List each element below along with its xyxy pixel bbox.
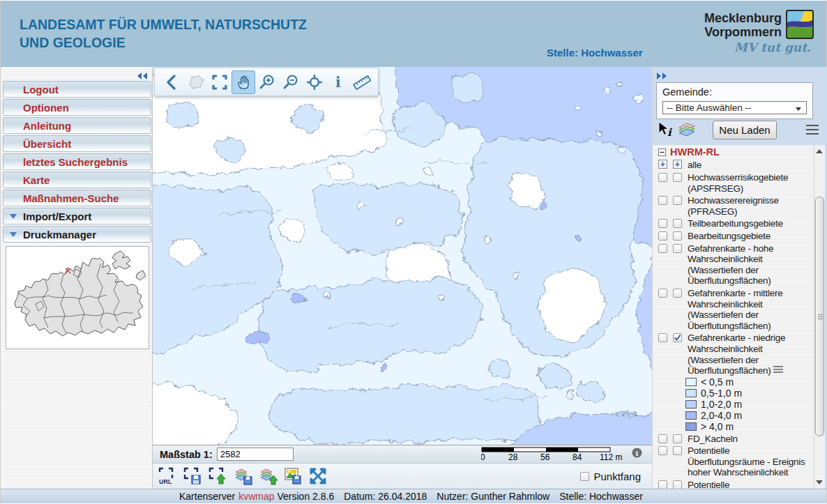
layer-row: Gefahrenkarte - hohe Wahrscheinlichkeit … (658, 243, 814, 287)
status-app-name: kvwmap (238, 491, 274, 502)
scroll-down-icon[interactable] (816, 480, 823, 484)
legend-row: 0,5-1,0 m (685, 389, 814, 398)
layers-upload-icon[interactable] (259, 467, 277, 485)
scroll-up-icon[interactable] (816, 149, 823, 153)
left-sidebar: LogoutOptionenAnleitungÜbersichtletztes … (1, 67, 153, 489)
scroll-thumb[interactable] (815, 197, 824, 436)
header: LANDESAMT FÜR UMWELT, NATURSCHUTZ UND GE… (1, 1, 826, 67)
fit-extent-icon[interactable] (309, 467, 327, 485)
layer-checkbox-2[interactable] (673, 244, 682, 253)
image-save-icon[interactable] (284, 467, 302, 485)
status-nutzer: Nutzer: Gunther Rahmlow (437, 491, 549, 502)
pan-tool[interactable] (232, 70, 255, 94)
map-toolbar: i (154, 68, 379, 96)
layer-checkbox-1[interactable] (658, 219, 667, 228)
tree-alle-row: alle (658, 160, 814, 171)
layer-checkbox-1[interactable] (658, 196, 667, 205)
collapse-sidebar-icon[interactable] (137, 72, 148, 80)
layer-checkbox-2[interactable] (673, 333, 682, 342)
collapse-right-panel-icon[interactable] (656, 72, 667, 80)
layer-checkbox-1[interactable] (658, 173, 667, 182)
map-actions-row: URL Punktfang (153, 463, 652, 489)
punktfang-label: Punktfang (593, 471, 641, 482)
triangle-down-icon (10, 232, 17, 237)
stelle-label: Stelle: Hochwasser (547, 47, 643, 59)
layer-checkbox-2[interactable] (673, 196, 682, 205)
legend-label: > 4,0 m (701, 422, 734, 432)
layer-checkbox-2[interactable] (673, 219, 682, 228)
mv-logo-line2: Vorpommern (704, 25, 782, 39)
scale-info-icon[interactable]: i (632, 448, 642, 458)
layers-save-icon[interactable] (234, 467, 252, 485)
status-prefix: Kartenserver (179, 491, 235, 502)
legend-row: < 0,5 m (685, 378, 814, 387)
frame-upload-icon[interactable] (208, 467, 227, 485)
triangle-down-icon (10, 214, 17, 219)
status-datum: Datum: 26.04.2018 (344, 491, 427, 502)
map-area: i Maßstab 1: 0 28 56 84 112 m (153, 67, 652, 489)
info-tool[interactable]: i (326, 70, 350, 94)
scalebar: 0 28 56 84 112 m i (481, 447, 642, 463)
zoom-in-tool[interactable] (255, 70, 279, 94)
sidebar-item-anleitung[interactable]: Anleitung (3, 117, 151, 134)
layer-checkbox-1[interactable] (658, 231, 667, 240)
layer-row: Hochwasserrisikogebiete (APSFRSEG) (658, 172, 814, 194)
map-canvas[interactable]: i (153, 67, 652, 445)
legend-label: < 0,5 m (701, 378, 734, 387)
collapse-node-icon[interactable] (658, 147, 666, 158)
sidebar-item--bersicht[interactable]: Übersicht (3, 135, 151, 152)
gemeinde-box: Gemeinde: -- Bitte Auswählen -- (656, 82, 813, 119)
layer-checkbox-1[interactable] (658, 289, 667, 298)
layer-checkbox-1[interactable] (658, 480, 667, 489)
mv-logo-text: Mecklenburg Vorpommern (704, 11, 782, 39)
layer-checkbox-1[interactable] (658, 333, 667, 342)
center-tool[interactable] (303, 70, 326, 94)
layer-label: Potentielle Überflutungsräume - Ereignis (688, 480, 814, 489)
sidebar-item-logout[interactable]: Logout (3, 81, 151, 98)
legend-swatch (685, 400, 697, 408)
sidebar-item-druckmanager[interactable]: Druckmanager (3, 226, 151, 243)
svg-text:i: i (667, 126, 672, 138)
back-tool[interactable] (160, 70, 184, 94)
sidebar-item-label: letztes Suchergebnis (23, 156, 128, 168)
legend-label: 0,5-1,0 m (701, 389, 742, 398)
layer-checkbox-1[interactable] (658, 434, 667, 443)
page-title: LANDESAMT FÜR UMWELT, NATURSCHUTZ UND GE… (20, 15, 307, 52)
frame-save-icon[interactable] (183, 467, 202, 485)
layer-checkbox-2[interactable] (673, 434, 682, 443)
measure-tool[interactable] (350, 70, 374, 94)
sidebar-item-letztes-suchergebnis[interactable]: letztes Suchergebnis (3, 153, 151, 170)
layer-checkbox-2[interactable] (673, 231, 682, 240)
layer-checkbox-2[interactable] (673, 446, 682, 455)
expand-all-icon[interactable] (673, 160, 682, 171)
sidebar-item-optionen[interactable]: Optionen (3, 99, 151, 116)
sidebar-item-karte[interactable]: Karte (3, 171, 151, 188)
status-bar: Kartenserver kvwmap Version 2.8.6 Datum:… (1, 489, 826, 503)
svg-text:i: i (335, 74, 341, 91)
layer-checkbox-2[interactable] (673, 289, 682, 298)
select-polygon-tool[interactable] (184, 70, 208, 94)
overview-map[interactable] (6, 246, 149, 349)
layers-icon[interactable] (678, 121, 697, 138)
sidebar-item-import-export[interactable]: Import/Export (3, 208, 151, 224)
tree-scrollbar[interactable] (814, 145, 825, 489)
neu-laden-button[interactable]: Neu Laden (713, 121, 777, 139)
zoom-out-tool[interactable] (279, 70, 303, 94)
fullscreen-tool[interactable] (208, 70, 232, 94)
sidebar-item-ma-nahmen-suche[interactable]: Maßnahmen-Suche (3, 190, 151, 206)
scale-row: Maßstab 1: 0 28 56 84 112 m (153, 445, 652, 463)
layer-row: Potentielle Überflutungsräume - Ereignis (658, 480, 814, 489)
expand-all-icon[interactable] (658, 160, 673, 171)
layer-checkbox-1[interactable] (658, 446, 667, 455)
layer-checkbox-2[interactable] (673, 480, 682, 489)
gemeinde-select[interactable]: -- Bitte Auswählen -- (662, 101, 807, 114)
layer-checkbox-1[interactable] (658, 244, 667, 253)
panel-menu-icon[interactable] (806, 125, 819, 135)
layer-menu-icon[interactable] (773, 365, 783, 376)
status-version: Version 2.8.6 (278, 491, 335, 502)
layer-checkbox-2[interactable] (673, 173, 682, 182)
url-frame-icon[interactable]: URL (158, 467, 176, 485)
scale-input[interactable] (217, 448, 294, 461)
punktfang-checkbox[interactable] (580, 472, 589, 481)
select-info-icon[interactable]: i (657, 121, 674, 138)
